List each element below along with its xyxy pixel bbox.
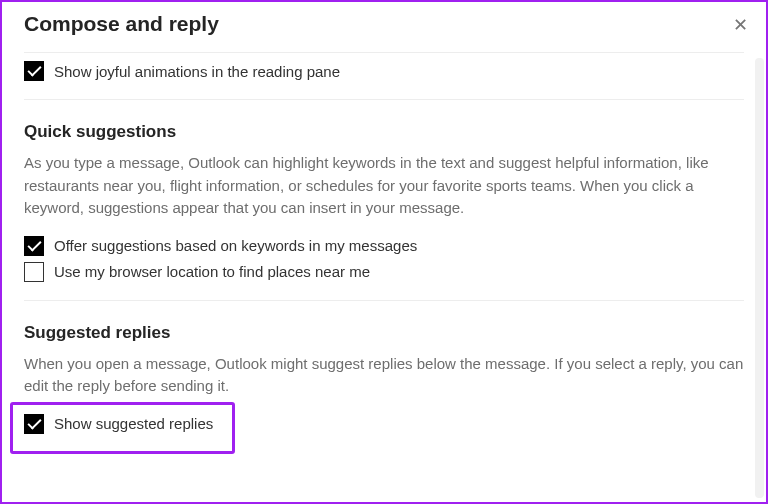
checkbox-joyful-animations[interactable] — [24, 61, 44, 81]
option-show-suggested-replies: Show suggested replies — [24, 414, 744, 434]
checkbox-show-suggested-replies[interactable] — [24, 414, 44, 434]
scrollbar[interactable] — [755, 58, 764, 498]
checkbox-browser-location[interactable] — [24, 262, 44, 282]
label-browser-location: Use my browser location to find places n… — [54, 263, 370, 280]
label-show-suggested-replies: Show suggested replies — [54, 415, 213, 432]
settings-panel: Compose and reply ✕ Show joyful animatio… — [2, 2, 766, 502]
section-title-suggested: Suggested replies — [24, 323, 744, 343]
section-suggested-replies: Suggested replies When you open a messag… — [24, 301, 744, 434]
option-browser-location: Use my browser location to find places n… — [24, 262, 744, 282]
panel-title: Compose and reply — [24, 12, 744, 36]
section-title-quick: Quick suggestions — [24, 122, 744, 142]
divider — [24, 52, 744, 53]
label-offer-suggestions: Offer suggestions based on keywords in m… — [54, 237, 417, 254]
checkbox-offer-suggestions[interactable] — [24, 236, 44, 256]
section-quick-suggestions: Quick suggestions As you type a message,… — [24, 100, 744, 282]
label-joyful-animations: Show joyful animations in the reading pa… — [54, 63, 340, 80]
section-desc-suggested: When you open a message, Outlook might s… — [24, 353, 744, 398]
section-desc-quick: As you type a message, Outlook can highl… — [24, 152, 744, 220]
option-joyful-animations: Show joyful animations in the reading pa… — [24, 61, 744, 81]
close-icon[interactable]: ✕ — [733, 14, 748, 36]
option-offer-suggestions: Offer suggestions based on keywords in m… — [24, 236, 744, 256]
